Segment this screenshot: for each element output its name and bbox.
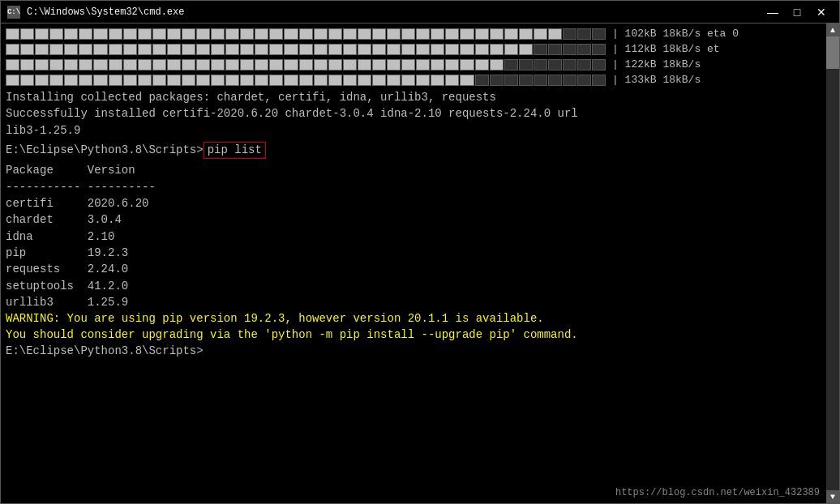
scroll-up-button[interactable]: ▲ — [826, 23, 839, 36]
minimize-button[interactable]: — — [761, 4, 784, 20]
final-prompt-line: E:\Eclipse\Python3.8\Scripts> — [6, 344, 821, 360]
progress-bar-3 — [6, 59, 606, 70]
scrollbar[interactable]: ▲ ▼ — [826, 23, 839, 503]
progress-info-4: | 133kB 18kB/s — [612, 73, 701, 88]
window-title: C:\Windows\System32\cmd.exe — [27, 6, 761, 18]
pip-command-line: E:\Eclipse\Python3.8\Scripts>pip list — [6, 142, 821, 160]
app-icon: C:\ — [7, 6, 20, 19]
final-prompt: E:\Eclipse\Python3.8\Scripts> — [6, 344, 204, 357]
progress-info-1: | 102kB 18kB/s eta 0 — [612, 27, 739, 41]
maximize-button[interactable]: □ — [786, 4, 808, 20]
progress-row-3: | 122kB 18kB/s — [6, 58, 821, 72]
progress-info-2: | 112kB 18kB/s et — [612, 42, 720, 57]
pip-list-output: Package Version ----------- ---------- c… — [6, 162, 821, 310]
warning-output: WARNING: You are using pip version 19.2.… — [6, 310, 821, 344]
progress-row-1: | 102kB 18kB/s eta 0 — [6, 27, 821, 41]
terminal-output[interactable]: | 102kB 18kB/s eta 0 | 112kB 18kB/s et |… — [1, 23, 826, 503]
install-output: Installing collected packages: chardet, … — [6, 89, 821, 139]
watermark: https://blog.csdn.net/weixin_432389 — [615, 486, 820, 500]
progress-bar-1 — [6, 28, 606, 40]
terminal-wrapper: | 102kB 18kB/s eta 0 | 112kB 18kB/s et |… — [0, 23, 840, 504]
scroll-down-button[interactable]: ▼ — [826, 490, 839, 503]
progress-section: | 102kB 18kB/s eta 0 | 112kB 18kB/s et |… — [6, 27, 821, 88]
title-bar: C:\ C:\Windows\System32\cmd.exe — □ ✕ — [0, 0, 840, 23]
pip-command-text: pip list — [208, 143, 262, 156]
scrollbar-thumb[interactable] — [826, 36, 839, 69]
progress-row-4: | 133kB 18kB/s — [6, 73, 821, 88]
progress-bar-4 — [6, 75, 606, 86]
close-button[interactable]: ✕ — [810, 4, 833, 20]
pip-command-box: pip list — [204, 142, 266, 160]
window-controls: — □ ✕ — [761, 4, 833, 20]
scrollbar-track[interactable] — [826, 36, 839, 490]
progress-row-2: | 112kB 18kB/s et — [6, 42, 821, 57]
progress-info-3: | 122kB 18kB/s — [612, 58, 701, 72]
prompt-before: E:\Eclipse\Python3.8\Scripts> — [6, 143, 204, 159]
progress-bar-2 — [6, 44, 606, 55]
